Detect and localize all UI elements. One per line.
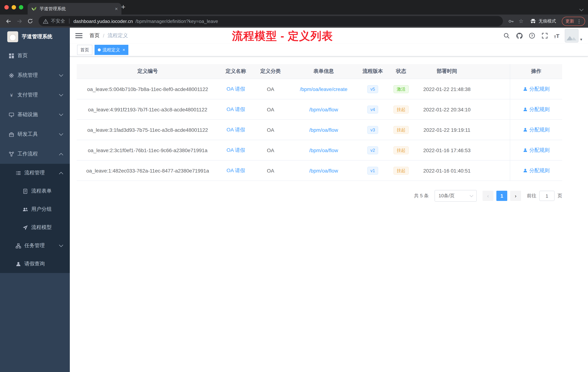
tag-close-icon[interactable]: ×	[123, 47, 125, 52]
form-link[interactable]: /bpm/oa/leave/create	[300, 86, 347, 92]
form-link[interactable]: /bpm/oa/flow	[309, 107, 338, 112]
new-tab-button[interactable]: +	[118, 2, 128, 12]
forward-button[interactable]	[14, 16, 25, 27]
github-icon[interactable]	[516, 32, 523, 39]
avatar[interactable]	[565, 29, 579, 43]
sidebar: 芋道管理系统 首页 系统管理 ¥ 支付管理	[0, 28, 70, 372]
fullscreen-icon[interactable]	[541, 32, 548, 39]
page-number-button[interactable]: 1	[496, 191, 507, 201]
sidebar-toggle-icon[interactable]	[75, 32, 83, 40]
goto-suffix: 页	[557, 193, 562, 199]
reload-button[interactable]	[25, 16, 36, 27]
tag-home[interactable]: 首页	[77, 45, 92, 55]
definition-name-link[interactable]: OA 请假	[227, 127, 245, 133]
user-icon	[523, 87, 527, 91]
cell-operation: 分配规则	[510, 140, 562, 160]
column-header-id: 定义编号	[77, 64, 219, 79]
prev-page-button[interactable]: ‹	[483, 191, 494, 201]
sidebar-item-home[interactable]: 首页	[0, 46, 70, 66]
monitor-icon	[9, 112, 14, 117]
page-size-select[interactable]: 10条/页	[435, 190, 477, 202]
tag-process-definition[interactable]: 流程定义 ×	[94, 45, 128, 55]
tab-search-button[interactable]	[580, 5, 583, 12]
table-row: oa_leave:4:991f2193-7b7f-11ec-a3c8-acde4…	[77, 99, 562, 120]
browser-tab[interactable]: 芋道管理系统 ×	[28, 3, 121, 15]
chevron-down-icon	[59, 112, 63, 116]
paper-plane-icon	[22, 225, 28, 230]
assign-rule-link[interactable]: 分配规则	[529, 106, 550, 113]
definition-name-link[interactable]: OA 请假	[227, 167, 245, 174]
assign-rule-link[interactable]: 分配规则	[529, 86, 550, 92]
sidebar-item-payment[interactable]: ¥ 支付管理	[0, 85, 70, 105]
address-bar[interactable]: 不安全 dashboard.yudao.iocoder.cn/bpm/manag…	[39, 16, 503, 26]
user-icon	[523, 168, 527, 173]
help-icon[interactable]: ?	[528, 32, 536, 39]
url-path: /bpm/manager/definition?key=oa_leave	[136, 18, 218, 24]
cell-category: OA	[253, 161, 288, 181]
sidebar-item-process-management[interactable]: 流程管理	[0, 164, 70, 182]
status-badge: 挂起	[393, 105, 409, 113]
sidebar-logo[interactable]: 芋道管理系统	[0, 28, 70, 46]
cell-operation: 分配规则	[510, 79, 562, 99]
workflow-icon	[9, 151, 14, 157]
cell-deploy-time: 2022-01-16 01:40:51	[416, 161, 478, 181]
logo-title: 芋道管理系统	[22, 33, 52, 40]
cell-deploy-time: 2022-01-16 17:46:53	[416, 140, 478, 160]
zoom-window-button[interactable]	[19, 5, 23, 10]
browser-menu-icon[interactable]: ⋮	[577, 18, 581, 24]
goto-label: 前往	[527, 193, 536, 199]
form-link[interactable]: /bpm/oa/flow	[309, 127, 338, 133]
cell-operation: 分配规则	[510, 161, 562, 181]
next-page-button[interactable]: ›	[510, 191, 521, 201]
annotation-overlay: 流程模型 - 定义列表	[232, 29, 333, 44]
assign-rule-link[interactable]: 分配规则	[529, 147, 550, 153]
table-header-row: 定义编号 定义名称 定义分类 表单信息 流程版本 状态 部署时间 操作	[77, 64, 562, 79]
sidebar-item-workflow[interactable]: 工作流程	[0, 144, 70, 164]
url-host: dashboard.yudao.iocoder.cn	[74, 18, 133, 24]
font-size-icon[interactable]: TT	[554, 33, 559, 39]
page-main: 定义编号 定义名称 定义分类 表单信息 流程版本 状态 部署时间 操作 oa_l…	[70, 56, 588, 372]
browser-update-button[interactable]: 更新 ⋮	[562, 17, 585, 26]
sidebar-item-label: 流程表单	[31, 188, 52, 194]
assign-rule-link[interactable]: 分配规则	[529, 167, 550, 174]
person-icon	[16, 261, 21, 267]
page-jump-input[interactable]	[539, 191, 555, 201]
tag-label: 流程定义	[103, 47, 120, 53]
status-badge: 挂起	[393, 146, 409, 154]
cell-filler	[478, 120, 510, 140]
tab-close-icon[interactable]: ×	[115, 6, 118, 12]
caret-down-icon[interactable]: ▾	[580, 37, 582, 43]
sidebar-item-process-model[interactable]: 流程模型	[0, 219, 70, 237]
definition-name-link[interactable]: OA 请假	[227, 106, 245, 113]
sidebar-item-devtools[interactable]: 研发工具	[0, 124, 70, 144]
total-count: 共 5 条	[414, 193, 429, 199]
breadcrumb-home[interactable]: 首页	[89, 33, 100, 39]
minimize-window-button[interactable]	[12, 5, 16, 10]
column-header-operation: 操作	[510, 64, 562, 79]
sidebar-menu: 首页 系统管理 ¥ 支付管理 基础设施	[0, 46, 70, 273]
form-link[interactable]: /bpm/oa/flow	[309, 147, 338, 153]
cell-filler	[478, 140, 510, 160]
definition-name-link[interactable]: OA 请假	[227, 147, 245, 153]
security-label[interactable]: 不安全	[51, 18, 65, 24]
close-window-button[interactable]	[4, 5, 9, 10]
definition-name-link[interactable]: OA 请假	[227, 86, 245, 92]
table-row: oa_leave:3:1fad3d93-7b75-11ec-a3c8-acde4…	[77, 120, 562, 140]
sidebar-item-task-management[interactable]: 任务管理	[0, 237, 70, 255]
sidebar-item-process-form[interactable]: 流程表单	[0, 182, 70, 200]
tab-strip: 芋道管理系统 × +	[0, 0, 588, 15]
bookmark-star-icon[interactable]: ☆	[516, 16, 526, 26]
user-group-icon	[22, 207, 28, 212]
sidebar-item-leave-query[interactable]: 请假查询	[0, 255, 70, 273]
search-icon[interactable]	[503, 32, 510, 39]
back-button[interactable]	[3, 16, 14, 27]
cell-category: OA	[253, 140, 288, 160]
sidebar-item-user-group[interactable]: 用户分组	[0, 200, 70, 219]
column-filler	[478, 64, 510, 79]
form-link[interactable]: /bpm/oa/flow	[309, 168, 338, 174]
sidebar-item-infrastructure[interactable]: 基础设施	[0, 105, 70, 124]
password-key-icon[interactable]	[506, 16, 516, 26]
sidebar-item-system[interactable]: 系统管理	[0, 66, 70, 85]
status-badge: 挂起	[393, 126, 409, 134]
assign-rule-link[interactable]: 分配规则	[529, 127, 550, 133]
